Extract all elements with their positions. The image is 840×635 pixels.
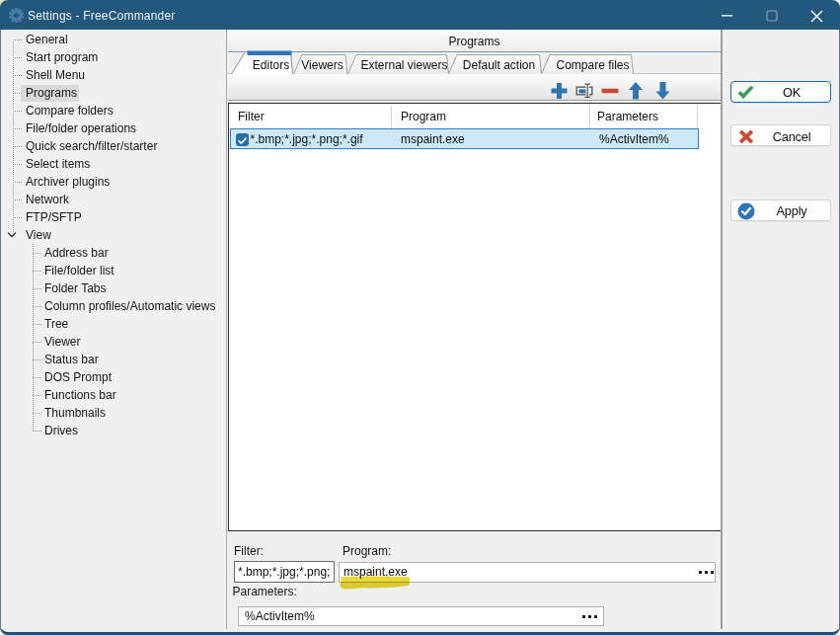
svg-text:Viewers: Viewers bbox=[301, 58, 343, 72]
svg-text:Compare files: Compare files bbox=[556, 58, 629, 72]
svg-text:Default action: Default action bbox=[463, 58, 535, 72]
svg-text:External viewers: External viewers bbox=[360, 58, 447, 72]
svg-text:Editors: Editors bbox=[253, 58, 289, 72]
